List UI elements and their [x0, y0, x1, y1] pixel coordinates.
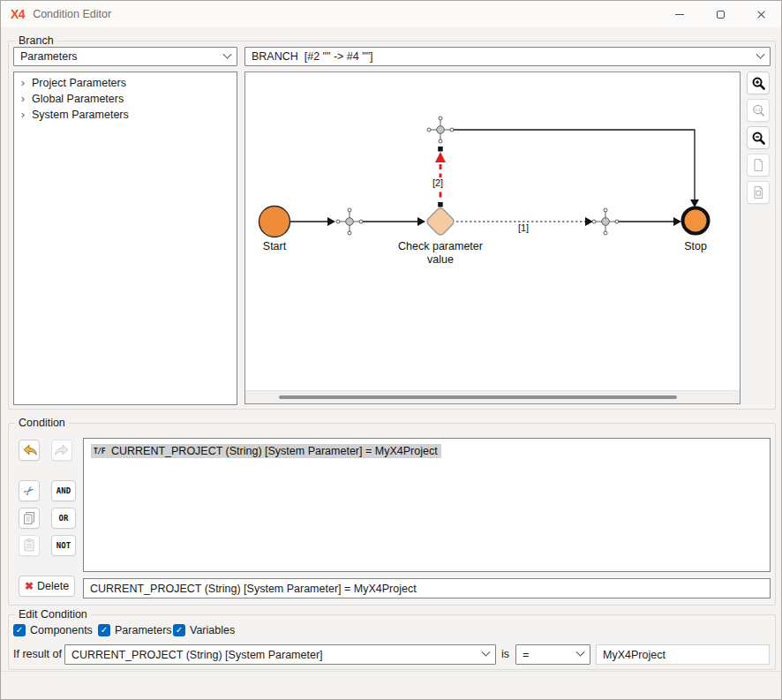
stop-node[interactable] — [683, 208, 709, 234]
edge-handle[interactable] — [438, 202, 443, 207]
arrowhead-icon — [435, 152, 446, 162]
if-result-of-label: If result of — [13, 648, 62, 660]
scrollbar-thumb[interactable] — [279, 395, 677, 399]
not-button-label: NOT — [56, 541, 71, 550]
paste-icon — [21, 538, 37, 553]
edge-handle[interactable] — [438, 147, 443, 152]
checkbox-components[interactable]: ✓ Components — [13, 624, 93, 636]
window-title: Condition Editor — [33, 8, 111, 20]
close-button[interactable] — [741, 1, 781, 27]
not-button[interactable]: NOT — [51, 535, 76, 556]
maximize-icon — [717, 11, 725, 19]
svg-text:1:1: 1:1 — [755, 107, 761, 111]
checkbox-parameters-label: Parameters — [115, 624, 172, 636]
fit-diagram-button[interactable] — [747, 181, 770, 204]
workflow-diagram — [245, 72, 740, 390]
operator-select[interactable]: = — [515, 644, 590, 665]
start-node[interactable] — [259, 207, 290, 237]
paste-button[interactable] — [19, 535, 40, 556]
delete-button[interactable]: ✖ Delete — [19, 576, 75, 597]
window-controls — [659, 1, 781, 27]
arrowhead-icon — [673, 217, 681, 226]
parameter-tree: › Project Parameters › Global Parameters… — [13, 72, 237, 405]
condition-row[interactable]: T/F CURRENT_PROJECT (String) [System Par… — [84, 442, 770, 460]
condition-row-text: CURRENT_PROJECT (String) [System Paramet… — [111, 445, 438, 457]
condition-row-selection[interactable]: T/F CURRENT_PROJECT (String) [System Par… — [91, 444, 441, 458]
redo-button[interactable] — [51, 440, 72, 461]
tree-item-label: Project Parameters — [32, 77, 126, 89]
condition-expression-text: CURRENT_PROJECT (String) [System Paramet… — [90, 583, 417, 595]
copy-button[interactable] — [19, 508, 40, 529]
undo-button[interactable] — [19, 440, 40, 461]
condition-group-label: Condition — [15, 417, 69, 430]
tree-item-project-parameters[interactable]: › Project Parameters — [14, 75, 237, 91]
edge-connector-to-decision[interactable] — [361, 217, 425, 226]
checkbox-checked-icon[interactable]: ✓ — [98, 624, 110, 636]
operand-select[interactable]: CURRENT_PROJECT (String) [System Paramet… — [64, 644, 496, 665]
zoom-actual-size-icon: 1:1 — [751, 103, 766, 118]
zoom-out-button[interactable] — [747, 126, 770, 149]
maximize-button[interactable] — [700, 1, 741, 27]
chevron-right-icon[interactable]: › — [14, 108, 32, 122]
is-label: is — [501, 648, 509, 660]
tree-item-global-parameters[interactable]: › Global Parameters — [14, 91, 237, 107]
cut-button[interactable]: ✂ — [19, 480, 40, 501]
checkbox-components-label: Components — [30, 624, 93, 636]
or-button[interactable]: OR — [51, 508, 76, 529]
chevron-right-icon[interactable]: › — [14, 92, 32, 106]
edge-connector-to-stop[interactable] — [617, 217, 681, 226]
tree-item-system-parameters[interactable]: › System Parameters — [14, 107, 237, 123]
zoom-in-button[interactable] — [747, 72, 770, 94]
branch-group-label: Branch — [15, 34, 57, 48]
footer-bar: Close — [1, 671, 781, 700]
and-button-label: AND — [56, 486, 71, 495]
checkbox-variables-label: Variables — [190, 624, 235, 636]
condition-list[interactable]: T/F CURRENT_PROJECT (String) [System Par… — [83, 438, 771, 572]
and-button[interactable]: AND — [51, 480, 76, 501]
copy-icon — [21, 510, 37, 526]
edit-condition-group-label: Edit Condition — [15, 608, 91, 621]
comparison-value-input[interactable] — [596, 644, 770, 665]
or-button-label: OR — [59, 514, 69, 523]
redo-icon — [54, 442, 71, 459]
checkbox-parameters[interactable]: ✓ Parameters — [98, 624, 172, 636]
boolean-type-icon: T/F — [94, 448, 105, 455]
cut-icon: ✂ — [21, 483, 37, 499]
arrowhead-icon — [327, 217, 335, 226]
decision-node[interactable] — [425, 207, 455, 237]
checkbox-variables[interactable]: ✓ Variables — [173, 624, 235, 636]
connector-node-3[interactable] — [592, 208, 619, 235]
parameter-category-select[interactable]: Parameters — [13, 47, 237, 66]
tree-item-label: Global Parameters — [32, 93, 124, 105]
checkbox-checked-icon[interactable]: ✓ — [173, 624, 185, 636]
delete-button-label: Delete — [37, 580, 69, 592]
workflow-canvas[interactable]: Start Check parameter value Stop [1] [2] — [244, 72, 741, 404]
title-bar: X4 Condition Editor — [1, 1, 781, 27]
horizontal-scrollbar[interactable] — [245, 390, 740, 403]
operand-select-value: CURRENT_PROJECT (String) [System Paramet… — [71, 649, 483, 661]
operator-select-value: = — [523, 649, 577, 661]
new-diagram-button[interactable] — [747, 154, 770, 177]
edge-start-to-connector[interactable] — [290, 217, 335, 226]
connector-node-1[interactable] — [336, 208, 363, 235]
condition-editor-dialog: X4 Condition Editor Branch Parameters BR… — [0, 0, 782, 700]
minimize-icon — [675, 14, 684, 15]
minimize-button[interactable] — [659, 1, 700, 27]
x4-logo: X4 — [11, 7, 25, 21]
edge-branch-2-selected[interactable] — [435, 147, 446, 207]
delete-x-icon: ✖ — [25, 581, 34, 591]
connector-node-2[interactable] — [427, 117, 454, 143]
parameter-category-value: Parameters — [20, 50, 224, 63]
edge-branch-1[interactable] — [456, 217, 593, 226]
zoom-actual-size-button[interactable]: 1:1 — [747, 99, 770, 122]
edge-top-to-stop[interactable] — [452, 130, 699, 207]
condition-expression-field[interactable]: CURRENT_PROJECT (String) [System Paramet… — [83, 578, 771, 598]
checkbox-checked-icon[interactable]: ✓ — [13, 624, 26, 636]
branch-select-value: BRANCH [#2 "" -> #4 ""] — [252, 50, 757, 63]
chevron-right-icon[interactable]: › — [14, 76, 32, 90]
tree-item-label: System Parameters — [32, 109, 129, 121]
branch-select[interactable]: BRANCH [#2 "" -> #4 ""] — [244, 47, 771, 66]
fit-diagram-icon — [751, 185, 765, 199]
zoom-in-icon — [751, 76, 766, 91]
zoom-out-icon — [751, 131, 766, 146]
